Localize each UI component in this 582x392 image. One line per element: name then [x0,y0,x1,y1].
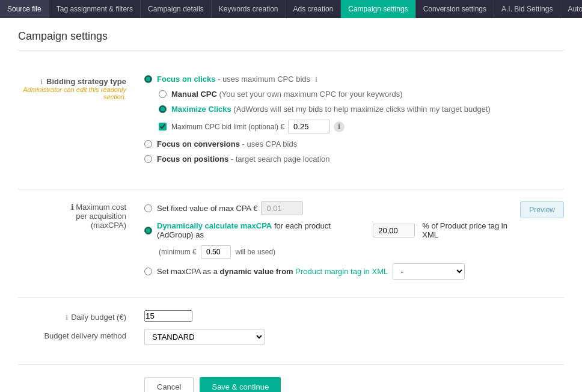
focus-on-clicks-radio[interactable] [144,75,152,83]
preview-button[interactable]: Preview [520,201,564,218]
maximize-clicks-label: Maximize Clicks (AdWords will set my bid… [171,105,491,114]
budget-delivery-label: Budget delivery method [18,329,138,340]
focus-on-conversions-label: Focus on conversions - uses CPA bids [157,139,297,149]
daily-budget-label: ℹ Daily budget (€) [18,310,138,322]
budget-delivery-controls: STANDARD ACCELERATED [138,329,564,345]
tab-conversion-settings[interactable]: Conversion settings [416,0,494,18]
page-content: Campaign settings ℹ Bidding strategy typ… [0,18,582,392]
maxcpa-fixed-input[interactable] [261,201,303,215]
maxcpa-controls: Set fixed value of max CPA € Dynamically… [138,201,520,286]
page-title: Campaign settings [18,30,564,51]
focus-on-positions-radio[interactable] [144,155,152,163]
maximize-clicks-radio[interactable] [159,105,167,113]
tab-ai-bid-settings[interactable]: A.I. Bid Settings [494,0,560,18]
maxcpa-fixed-option: Set fixed value of max CPA € [144,201,520,215]
manual-cpc-label: Manual CPC (You set your own maximum CPC… [171,90,403,99]
navigation-tabs: Source file Tag assignment & filters Cam… [0,0,582,18]
maxcpa-dynamic-value-select[interactable]: - [393,263,465,280]
tab-source-file[interactable]: Source file [0,0,49,18]
max-cpc-bid-checkbox[interactable] [159,123,167,130]
maxcpa-inner: ℹ Maximum cost per acquisition (maxCPA) … [18,201,564,286]
maxcpa-dynamic-suffix: % of Product price tag in XML [422,221,520,239]
maxcpa-fixed-label: Set fixed value of max CPA € [157,204,257,213]
cancel-button[interactable]: Cancel [144,377,194,392]
budget-section: ℹ Daily budget (€) Budget delivery metho… [18,298,564,365]
bidding-label: ℹ Bidding strategy type Administrator ca… [18,75,138,100]
focus-on-positions-option: Focus on positions - target search page … [144,155,564,164]
maximize-clicks-option: Maximize Clicks (AdWords will set my bid… [159,105,564,114]
maxcpa-label: ℹ Maximum cost per acquisition (maxCPA) [18,201,138,230]
bidding-strategy-section: ℹ Bidding strategy type Administrator ca… [18,63,564,189]
info-btn-max-cpc[interactable]: ℹ [334,121,345,132]
daily-budget-input[interactable] [144,310,192,322]
tab-ads-creation[interactable]: Ads creation [286,0,342,18]
maxcpa-dynamic-value-option: Set maxCPA as a dynamic value from Produ… [144,263,520,280]
maxcpa-fixed-radio[interactable] [144,204,152,212]
max-cpc-bid-label: Maximum CPC bid limit (optional) € [171,123,284,131]
tab-campaign-settings[interactable]: Campaign settings [341,0,415,18]
maxcpa-main-row: ℹ Maximum cost per acquisition (maxCPA) … [18,201,520,286]
focus-on-conversions-radio[interactable] [144,140,152,148]
maxcpa-dynamic-value-radio[interactable] [144,268,152,275]
save-continue-button[interactable]: Save & continue [200,377,281,392]
max-cpc-bid-input[interactable] [288,120,330,133]
tab-campaign-details[interactable]: Campaign details [141,0,212,18]
maxcpa-dynamic-label: Dynamically calculate maxCPA for each pr… [157,221,368,239]
maxcpa-dynamic-option: Dynamically calculate maxCPA for each pr… [144,221,520,239]
admin-note: Administrator can edit this readonly sec… [18,86,126,100]
maxcpa-minimum-row: (minimum € will be used) [144,245,520,259]
max-cpc-bid-row: Maximum CPC bid limit (optional) € ℹ [159,120,564,133]
info-icon-bidding: ℹ [40,78,43,85]
daily-budget-row: ℹ Daily budget (€) [18,310,564,322]
focus-on-conversions-option: Focus on conversions - uses CPA bids [144,139,564,149]
maxcpa-min-input[interactable] [201,245,231,259]
tab-automated-scripts[interactable]: Automated scripts [560,0,582,18]
maxcpa-dynamic-value-label: Set maxCPA as a dynamic value from Produ… [157,267,388,276]
daily-budget-controls [138,310,564,322]
budget-delivery-row: Budget delivery method STANDARD ACCELERA… [18,329,564,345]
budget-delivery-select[interactable]: STANDARD ACCELERATED [144,329,265,345]
tab-keywords-creation[interactable]: Keywords creation [212,0,286,18]
info-icon-focus-clicks: ℹ [315,76,317,83]
maxcpa-dynamic-input[interactable] [373,224,415,237]
focus-on-clicks-option: Focus on clicks - uses maximum CPC bids … [144,75,564,84]
manual-cpc-radio[interactable] [159,90,167,98]
manual-cpc-option: Manual CPC (You set your own maximum CPC… [159,90,564,99]
info-icon-maxcpa: ℹ [71,203,74,212]
focus-on-positions-label: Focus on positions - target search page … [157,155,330,164]
maxcpa-dynamic-radio[interactable] [144,227,152,234]
footer-buttons: Cancel Save & continue [18,365,564,392]
focus-on-clicks-label: Focus on clicks - uses maximum CPC bids … [157,75,317,84]
tab-tag-assignment[interactable]: Tag assignment & filters [49,0,141,18]
info-icon-budget: ℹ [66,314,68,321]
maxcpa-section: ℹ Maximum cost per acquisition (maxCPA) … [18,189,564,298]
bidding-controls: Focus on clicks - uses maximum CPC bids … [138,75,564,170]
